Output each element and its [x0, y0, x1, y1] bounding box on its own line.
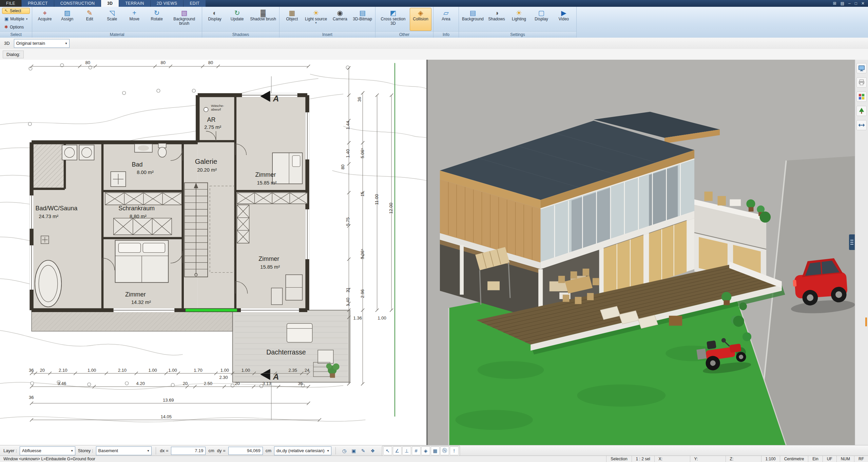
- 3d-bitmap-button[interactable]: ▤3D-Bitmap: [351, 8, 373, 31]
- dimension-label: 1.36: [353, 315, 362, 321]
- raster-icon[interactable]: ▦: [431, 446, 440, 455]
- close-icon[interactable]: ✕: [861, 1, 865, 5]
- video-button[interactable]: ▶Video: [553, 8, 575, 31]
- coordinate-mode-select[interactable]: dx,dy (relative cartesian) ▾: [274, 446, 331, 455]
- update-button[interactable]: ↻Update: [226, 8, 248, 31]
- dimension-label: 80: [85, 60, 90, 65]
- background-brush-button[interactable]: ▧Background brush: [168, 8, 200, 31]
- history-icon[interactable]: ◷: [340, 446, 349, 455]
- lighting-button[interactable]: ☀Lighting: [508, 8, 530, 31]
- tab-edit[interactable]: EDIT: [184, 0, 206, 7]
- view-3d-pane[interactable]: [428, 60, 855, 445]
- object-snap-icon[interactable]: ◈: [421, 446, 430, 455]
- dimension-label: 2.96: [360, 289, 365, 298]
- rotate-button[interactable]: ↻Rotate: [146, 8, 168, 31]
- edit-mode-icon[interactable]: ✎: [359, 446, 368, 455]
- dimension-label: 5.75: [345, 217, 350, 226]
- edit-button[interactable]: ✎Edit: [79, 8, 100, 31]
- room-area-label: 8.80 m²: [130, 214, 147, 219]
- dx-input[interactable]: 7.19: [171, 447, 206, 455]
- snap-settings-icon[interactable]: ❖: [368, 446, 377, 455]
- display-button[interactable]: ◐Display: [204, 8, 226, 31]
- assign-button[interactable]: ▨Assign: [56, 8, 78, 31]
- print-icon[interactable]: [856, 77, 867, 88]
- select-button[interactable]: ↖Select: [2, 8, 30, 14]
- screen-icon[interactable]: ▣: [349, 446, 358, 455]
- panel-handle[interactable]: [849, 234, 855, 250]
- dy-input[interactable]: 94,069: [228, 447, 263, 455]
- top-dimensions: 808080: [85, 60, 213, 65]
- chevron-down-icon: ▾: [315, 21, 317, 24]
- move-button[interactable]: +Move: [123, 8, 145, 31]
- object-button[interactable]: ▦Object: [281, 8, 303, 31]
- ribbon-group-shadows: ◐Display↻Update▓Shadow brushShadows: [202, 7, 279, 38]
- chevron-down-icon: ▾: [327, 449, 329, 453]
- minimize-icon[interactable]: –: [848, 1, 851, 5]
- scale-button[interactable]: ◹Scale: [101, 8, 123, 31]
- button-label: Select: [10, 9, 21, 13]
- grid-icon[interactable]: #: [412, 446, 421, 455]
- terrain-select[interactable]: Original terrain ▾: [14, 39, 70, 48]
- pan-icon[interactable]: [856, 120, 867, 130]
- cross-section-3d-button[interactable]: ◩Cross section 3D: [377, 8, 409, 31]
- angle-snap-icon[interactable]: ∠: [393, 446, 402, 455]
- shadow-brush-button[interactable]: ▓Shadow brush: [249, 8, 277, 31]
- tab-file[interactable]: FILE: [0, 0, 21, 7]
- button-label: Rotate: [151, 17, 163, 21]
- layer-select[interactable]: Abfluesse ▾: [20, 446, 75, 455]
- acquire-button[interactable]: ⌖Acquire: [34, 8, 56, 31]
- multiple-icon: ▣: [4, 17, 8, 21]
- dx-unit: cm: [208, 448, 214, 453]
- camera-button[interactable]: ◉Camera: [329, 8, 351, 31]
- background-button[interactable]: ▤Background: [461, 8, 485, 31]
- tab-3d[interactable]: 3D: [101, 0, 119, 7]
- dimension-label: 2.10: [118, 368, 127, 373]
- shadows-button[interactable]: ◑Shadows: [486, 8, 507, 31]
- application-window: FILEPROJECTCONSTRUCTION3DTERRAIN2D VIEWS…: [0, 0, 868, 462]
- multiple-button[interactable]: ▣Multiple▾: [2, 16, 30, 22]
- title-bar: FILEPROJECTCONSTRUCTION3DTERRAIN2D VIEWS…: [0, 0, 868, 7]
- view-3d-canvas[interactable]: [428, 60, 855, 445]
- tab-construction[interactable]: CONSTRUCTION: [54, 0, 101, 7]
- area-button[interactable]: ▱Area: [435, 8, 457, 31]
- tab-project[interactable]: PROJECT: [22, 0, 54, 7]
- vegetation-icon[interactable]: [856, 106, 867, 116]
- collision-icon: ◈: [418, 9, 423, 17]
- light-source-button[interactable]: ☀Light source▾: [304, 8, 328, 31]
- pointer-snap-icon[interactable]: ↖: [383, 446, 392, 455]
- dimension-label: 12.00: [388, 203, 393, 214]
- dialog-label[interactable]: Dialog:: [3, 51, 24, 58]
- storey-select[interactable]: Basement ▾: [96, 446, 152, 455]
- tab-2d-views[interactable]: 2D VIEWS: [151, 0, 184, 7]
- panels-icon[interactable]: ▤: [841, 1, 844, 5]
- collision-button[interactable]: ◈Collision: [410, 8, 431, 31]
- dimension-label: 2.10: [59, 368, 67, 373]
- room-label: AR: [207, 116, 216, 123]
- selection-count: 1 : 2 sel: [632, 456, 654, 462]
- tab-terrain[interactable]: TERRAIN: [119, 0, 150, 7]
- floor-plan-pane[interactable]: 808080 361.441.40805.06⁵1511.0012.005.75…: [0, 60, 426, 445]
- building[interactable]: [30, 93, 350, 382]
- chevron-down-icon: ▾: [65, 41, 67, 45]
- display-button[interactable]: ▢Display: [531, 8, 552, 31]
- chevron-down-icon: ▾: [71, 449, 73, 453]
- north-icon[interactable]: Ⓝ: [440, 446, 449, 455]
- dimension-label: 1.40: [345, 298, 350, 306]
- ribbon-tabs: FILEPROJECTCONSTRUCTION3DTERRAIN2D VIEWS…: [0, 0, 206, 7]
- select-icon: ↖: [4, 8, 8, 13]
- button-label: Cross section 3D: [379, 17, 408, 26]
- room-label: Dachterrasse: [266, 348, 306, 356]
- options-button[interactable]: ✱Options: [2, 24, 30, 30]
- right-dimensions: 361.441.40805.06⁵1511.0012.005.755.06⁵21…: [340, 97, 393, 321]
- dimension-label: 36: [29, 395, 34, 400]
- ribbon: ↖Select▣Multiple▾✱OptionsSelect⌖Acquire▨…: [0, 7, 868, 38]
- floor-plan-canvas[interactable]: 808080 361.441.40805.06⁵1511.0012.005.75…: [0, 60, 426, 445]
- ribbon-group-settings: ▤Background◑Shadows☀Lighting▢Display▶Vid…: [459, 7, 577, 38]
- ortho-icon[interactable]: ⊥: [402, 446, 411, 455]
- display-settings-icon[interactable]: [856, 63, 867, 73]
- layer-label: Layer :: [3, 448, 17, 453]
- maximize-icon[interactable]: □: [855, 1, 857, 5]
- colors-icon[interactable]: [856, 92, 867, 102]
- apps-icon[interactable]: ⊞: [833, 1, 836, 5]
- warning-icon[interactable]: !: [450, 446, 459, 455]
